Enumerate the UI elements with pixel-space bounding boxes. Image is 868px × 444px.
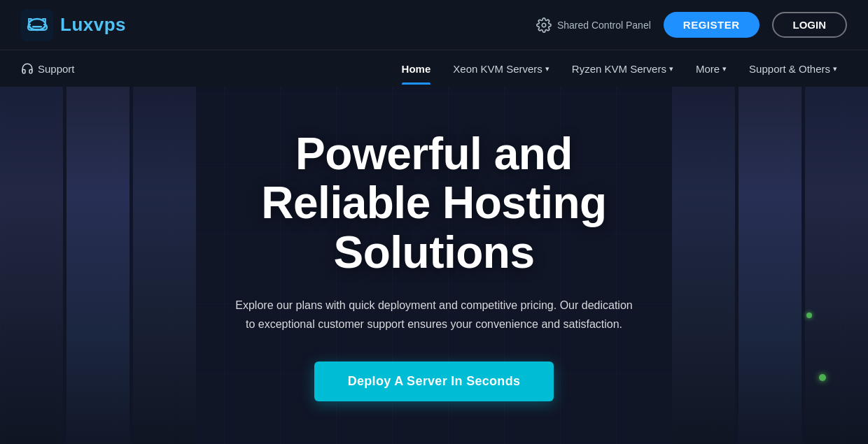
header-right: Shared Control Panel REGISTER LOGIN — [536, 12, 847, 38]
nav-links: Home Xeon KVM Servers ▾ Ryzen KVM Server… — [392, 53, 847, 85]
headset-icon — [21, 62, 34, 75]
gear-icon — [536, 17, 552, 33]
nav-bar: Support Home Xeon KVM Servers ▾ Ryzen KV… — [0, 50, 868, 87]
logo-area[interactable]: Luxvps — [21, 9, 126, 41]
login-button[interactable]: LOGIN — [772, 12, 848, 38]
rack-col-3 — [133, 87, 196, 444]
chevron-down-icon: ▾ — [722, 64, 727, 73]
logo-text: Luxvps — [60, 14, 126, 36]
support-label: Support — [38, 63, 75, 75]
deploy-button[interactable]: Deploy A Server In Seconds — [314, 361, 554, 401]
nav-item-xeon[interactable]: Xeon KVM Servers ▾ — [443, 53, 559, 85]
svg-rect-3 — [32, 29, 39, 31]
rack-col-5 — [738, 87, 802, 444]
register-button[interactable]: REGISTER — [664, 12, 760, 38]
nav-item-home[interactable]: Home — [392, 53, 441, 85]
nav-support[interactable]: Support — [21, 62, 75, 75]
hero-section: Powerful and Reliable Hosting Solutions … — [0, 87, 868, 444]
shared-control-panel[interactable]: Shared Control Panel — [536, 17, 651, 33]
nav-item-support-others[interactable]: Support & Others ▾ — [739, 53, 847, 85]
svg-rect-0 — [21, 9, 53, 41]
green-dot-2 — [806, 313, 812, 318]
rack-col-4 — [805, 87, 868, 444]
rack-col-2 — [66, 87, 130, 444]
chevron-down-icon: ▾ — [669, 64, 673, 73]
top-header: Luxvps Shared Control Panel REGISTER LOG… — [0, 0, 868, 50]
nav-item-ryzen[interactable]: Ryzen KVM Servers ▾ — [562, 53, 683, 85]
logo-icon — [21, 9, 53, 41]
chevron-down-icon: ▾ — [545, 64, 550, 73]
green-dot-1 — [819, 374, 826, 381]
chevron-down-icon: ▾ — [833, 64, 837, 73]
hero-title: Powerful and Reliable Hosting Solutions — [231, 129, 637, 277]
nav-item-more[interactable]: More ▾ — [686, 53, 736, 85]
svg-point-4 — [542, 23, 546, 27]
shared-control-label: Shared Control Panel — [557, 20, 651, 31]
hero-subtitle: Explore our plans with quick deployment … — [231, 296, 637, 334]
hero-content: Powerful and Reliable Hosting Solutions … — [217, 129, 651, 401]
rack-col-6 — [672, 87, 735, 444]
svg-rect-2 — [32, 26, 42, 28]
rack-col-1 — [0, 87, 63, 444]
